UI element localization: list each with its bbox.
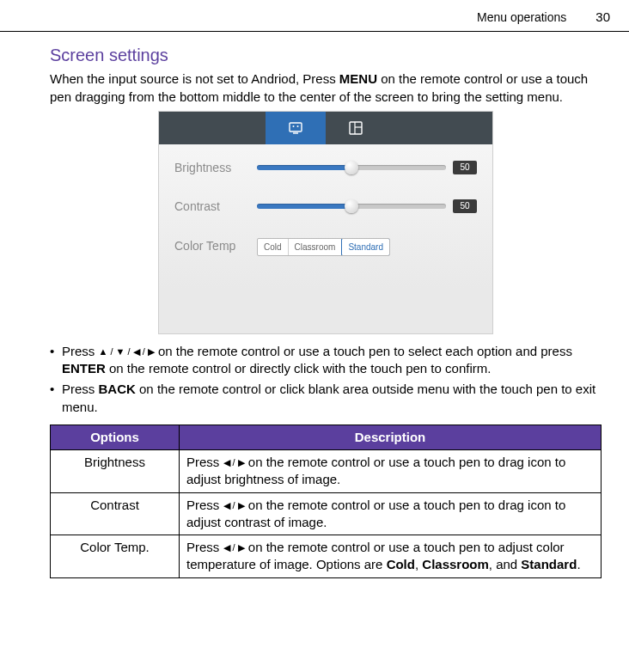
desc-brightness: Press ◀ / ▶ on the remote control or use… — [180, 450, 602, 493]
color-temp-standard[interactable]: Standard — [341, 238, 390, 257]
table-row: Contrast Press ◀ / ▶ on the remote contr… — [51, 492, 602, 535]
header-page-number: 30 — [595, 9, 610, 26]
contrast-slider-wrap: 50 — [257, 199, 477, 213]
svg-rect-4 — [350, 122, 362, 134]
b2-pre: Press — [62, 382, 99, 396]
page-header: Menu operations 30 — [0, 0, 629, 32]
back-keyword: BACK — [99, 382, 136, 396]
secondary-tab-icon[interactable] — [326, 112, 386, 144]
b1-mid: on the remote control or use a touch pen… — [155, 344, 572, 358]
desc-contrast: Press ◀ / ▶ on the remote control or use… — [180, 492, 602, 535]
settings-body: Brightness 50 Contrast 50 — [159, 144, 492, 333]
opt-contrast: Contrast — [51, 492, 180, 535]
brightness-row: Brightness 50 — [174, 160, 477, 176]
th-description: Description — [180, 425, 602, 449]
contrast-value: 50 — [453, 199, 477, 213]
r1-pre: Press — [186, 498, 223, 512]
contrast-slider[interactable] — [257, 204, 446, 209]
table-header-row: Options Description — [51, 425, 602, 449]
instruction-list: Press ▲ / ▼ / ◀ / ▶ on the remote contro… — [50, 343, 602, 416]
r2-pre: Press — [186, 540, 223, 554]
header-section: Menu operations — [477, 9, 566, 26]
intro-text-pre: When the input source is not set to Andr… — [50, 71, 339, 86]
brightness-value: 50 — [453, 161, 477, 174]
r0-pre: Press — [186, 455, 223, 469]
contrast-label: Contrast — [174, 199, 257, 215]
color-temp-cold[interactable]: Cold — [258, 239, 289, 256]
color-temp-label: Color Temp — [174, 238, 257, 254]
instruction-item-1: Press ▲ / ▼ / ◀ / ▶ on the remote contro… — [50, 343, 602, 378]
settings-tabs — [159, 112, 492, 144]
options-table: Options Description Brightness Press ◀ /… — [50, 425, 602, 578]
color-temp-segment: Cold Classroom Standard — [257, 238, 390, 257]
r2-sep2: , and — [489, 557, 522, 571]
opt-cold: Cold — [387, 557, 415, 571]
brightness-slider-handle[interactable] — [345, 161, 358, 174]
section-title: Screen settings — [50, 44, 602, 67]
page-content: Screen settings When the input source is… — [0, 32, 629, 577]
opt-color-temp: Color Temp. — [51, 535, 180, 578]
th-options: Options — [51, 425, 180, 449]
menu-keyword: MENU — [339, 71, 377, 86]
lr-arrows-icon: ◀ / ▶ — [223, 457, 245, 467]
opt-classroom: Classroom — [422, 557, 489, 571]
color-temp-classroom[interactable]: Classroom — [289, 239, 343, 256]
r2-period: . — [577, 557, 580, 571]
instruction-item-2: Press BACK on the remote control or clic… — [50, 381, 602, 416]
table-row: Brightness Press ◀ / ▶ on the remote con… — [51, 450, 602, 493]
arrow-keys-icon: ▲ / ▼ / ◀ / ▶ — [99, 346, 155, 357]
settings-figure: Brightness 50 Contrast 50 — [50, 111, 602, 334]
brightness-slider-wrap: 50 — [257, 161, 477, 174]
lr-arrows-icon: ◀ / ▶ — [223, 542, 245, 553]
brightness-label: Brightness — [174, 160, 257, 176]
display-tab-icon[interactable] — [266, 112, 326, 144]
table-row: Color Temp. Press ◀ / ▶ on the remote co… — [51, 535, 602, 578]
settings-panel: Brightness 50 Contrast 50 — [158, 111, 493, 334]
svg-point-2 — [297, 125, 299, 127]
b1-post: on the remote control or directly click … — [106, 361, 492, 376]
enter-keyword: ENTER — [62, 361, 106, 376]
lr-arrows-icon: ◀ / ▶ — [223, 500, 245, 510]
opt-brightness: Brightness — [51, 450, 180, 493]
b1-pre: Press — [62, 344, 99, 358]
desc-color-temp: Press ◀ / ▶ on the remote control or use… — [180, 535, 602, 578]
opt-standard: Standard — [521, 557, 577, 571]
color-temp-row: Color Temp Cold Classroom Standard — [174, 237, 477, 257]
brightness-slider[interactable] — [257, 165, 446, 170]
svg-point-1 — [293, 125, 295, 127]
color-temp-options: Cold Classroom Standard — [257, 237, 390, 257]
contrast-row: Contrast 50 — [174, 199, 477, 215]
svg-rect-0 — [290, 123, 302, 131]
b2-post: on the remote control or click blank are… — [62, 382, 595, 413]
contrast-slider-handle[interactable] — [345, 199, 358, 213]
intro-paragraph: When the input source is not set to Andr… — [50, 70, 602, 106]
